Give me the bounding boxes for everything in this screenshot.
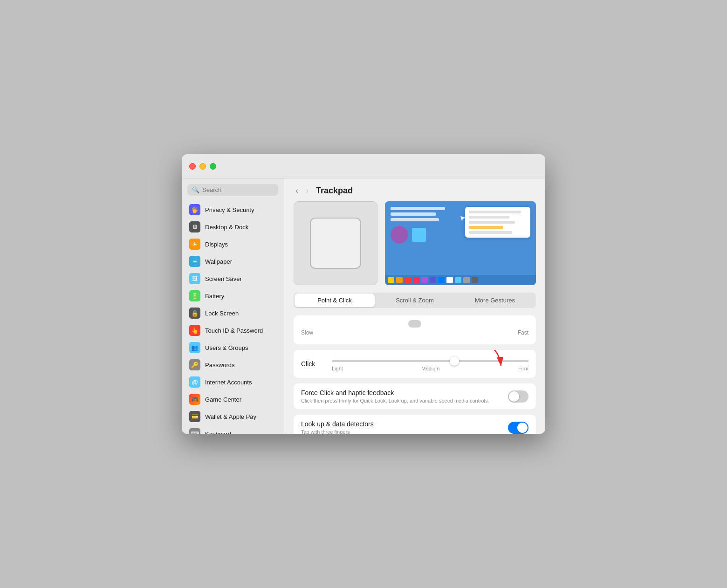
colorbar-dot-7 (438, 277, 445, 283)
displays-icon: ☀ (189, 239, 200, 250)
speed-fast-label: Fast (518, 329, 528, 336)
preview-row (294, 201, 536, 285)
privacy-icon: 🖐 (189, 204, 200, 215)
colorbar-dot-2 (396, 277, 403, 283)
force-click-card: Force Click and haptic feedback Click th… (294, 383, 536, 409)
sidebar-label-touch-id: Touch ID & Password (205, 327, 263, 334)
sidebar-item-game-center[interactable]: 🎮 Game Center (185, 391, 280, 408)
search-box[interactable]: 🔍 (187, 184, 278, 196)
colorbar (385, 275, 536, 285)
look-up-row: Look up & data detectors Tap with three … (294, 415, 536, 434)
sidebar-items: 🖐 Privacy & Security 🖥 Desktop & Dock ☀ … (182, 199, 284, 434)
sidebar-item-touch-id[interactable]: 👆 Touch ID & Password (185, 322, 280, 339)
card-line-5 (469, 231, 512, 234)
sidebar-label-keyboard: Keyboard (205, 431, 231, 434)
colorbar-dot-11 (472, 277, 478, 283)
keyboard-icon: ⌨ (189, 428, 200, 434)
sidebar-item-battery[interactable]: 🔋 Battery (185, 287, 280, 304)
sidebar-item-privacy-security[interactable]: 🖐 Privacy & Security (185, 201, 280, 218)
main-layout: 🔍 🖐 Privacy & Security 🖥 Desktop & Dock … (182, 178, 545, 434)
click-slider-track (332, 360, 528, 362)
preview-card (465, 207, 530, 238)
click-slider-container: Light Medium Firm (332, 356, 528, 371)
traffic-lights (189, 163, 216, 170)
look-up-sublabel: Tap with three fingers (301, 429, 374, 434)
sidebar: 🔍 🖐 Privacy & Security 🖥 Desktop & Dock … (182, 178, 284, 434)
sidebar-item-internet-accounts[interactable]: @ Internet Accounts (185, 374, 280, 390)
colorbar-dot-1 (388, 277, 394, 283)
sidebar-label-desktop: Desktop & Dock (205, 224, 248, 231)
game-center-icon: 🎮 (189, 394, 200, 405)
preview-line-1 (391, 207, 445, 210)
tracking-speed-toggle[interactable] (408, 320, 421, 328)
back-button[interactable]: ‹ (294, 185, 300, 197)
tracking-speed-card: Slow Fast (294, 315, 536, 344)
trackpad-shape (310, 218, 361, 269)
look-up-toggle[interactable] (508, 422, 528, 434)
touch-id-icon: 👆 (189, 325, 200, 336)
click-slider-labels: Light Medium Firm (332, 366, 528, 371)
colorbar-dot-4 (413, 277, 419, 283)
click-row: Click Light Medium Firm (301, 356, 528, 371)
look-up-inline: Look up & data detectors Tap with three … (301, 420, 528, 434)
sidebar-label-game-center: Game Center (205, 396, 241, 403)
passwords-icon: 🔑 (189, 359, 200, 370)
card-line-4 (469, 226, 503, 229)
speed-labels: Slow Fast (301, 329, 528, 336)
look-up-label: Look up & data detectors (301, 420, 374, 428)
sidebar-label-screen-saver: Screen Saver (205, 275, 242, 282)
preview-line-2 (391, 212, 436, 216)
look-up-text-group: Look up & data detectors Tap with three … (301, 420, 374, 434)
sidebar-item-wallet[interactable]: 💳 Wallet & Apple Pay (185, 408, 280, 425)
speed-toggle-row (301, 320, 528, 328)
sidebar-item-displays[interactable]: ☀ Displays (185, 236, 280, 253)
sidebar-item-passwords[interactable]: 🔑 Passwords (185, 356, 280, 373)
search-icon: 🔍 (192, 186, 199, 193)
minimize-button[interactable] (199, 163, 206, 170)
tab-more-gestures[interactable]: More Gestures (455, 294, 535, 307)
users-icon: 👥 (189, 342, 200, 353)
sidebar-item-users-groups[interactable]: 👥 Users & Groups (185, 339, 280, 356)
sidebar-label-wallet: Wallet & Apple Pay (205, 413, 256, 420)
tab-scroll-zoom[interactable]: Scroll & Zoom (375, 294, 455, 307)
sidebar-label-displays: Displays (205, 241, 228, 248)
click-light-label: Light (332, 366, 343, 371)
card-line-2 (469, 216, 509, 219)
sidebar-item-lock-screen[interactable]: 🔒 Lock Screen (185, 305, 280, 321)
preview-content (385, 201, 536, 285)
sidebar-item-keyboard[interactable]: ⌨ Keyboard (185, 425, 280, 434)
wallet-icon: 💳 (189, 411, 200, 422)
screen-preview (385, 201, 536, 285)
sidebar-label-lock-screen: Lock Screen (205, 310, 239, 317)
colorbar-dot-9 (455, 277, 461, 283)
preview-line-3 (391, 218, 439, 221)
force-click-label: Force Click and haptic feedback (301, 389, 489, 397)
click-medium-label: Medium (421, 366, 439, 371)
trackpad-preview (294, 201, 377, 285)
sidebar-item-desktop-dock[interactable]: 🖥 Desktop & Dock (185, 219, 280, 235)
content-area: ‹ › Trackpad (284, 178, 545, 434)
force-click-row: Force Click and haptic feedback Click th… (294, 383, 536, 409)
colorbar-dot-8 (446, 277, 453, 283)
tabs-row: Point & Click Scroll & Zoom More Gesture… (294, 293, 536, 308)
sidebar-label-wallpaper: Wallpaper (205, 258, 232, 265)
sidebar-label-internet-accounts: Internet Accounts (205, 379, 252, 386)
click-slider-thumb[interactable] (450, 356, 459, 366)
battery-icon: 🔋 (189, 290, 200, 301)
tab-point-click[interactable]: Point & Click (295, 294, 375, 307)
search-input[interactable] (202, 186, 274, 193)
colorbar-dot-10 (463, 277, 470, 283)
close-button[interactable] (189, 163, 196, 170)
force-click-toggle[interactable] (508, 390, 528, 403)
look-up-card: Look up & data detectors Tap with three … (294, 415, 536, 434)
search-container: 🔍 (182, 178, 284, 199)
content-body: Point & Click Scroll & Zoom More Gesture… (284, 201, 545, 434)
sidebar-item-wallpaper[interactable]: ✳ Wallpaper (185, 253, 280, 270)
maximize-button[interactable] (210, 163, 216, 170)
page-title: Trackpad (316, 186, 353, 196)
preview-shapes-row (391, 226, 451, 244)
desktop-icon: 🖥 (189, 221, 200, 232)
preview-circle (391, 226, 408, 244)
sidebar-item-screen-saver[interactable]: 🖼 Screen Saver (185, 270, 280, 287)
forward-button[interactable]: › (304, 185, 310, 197)
